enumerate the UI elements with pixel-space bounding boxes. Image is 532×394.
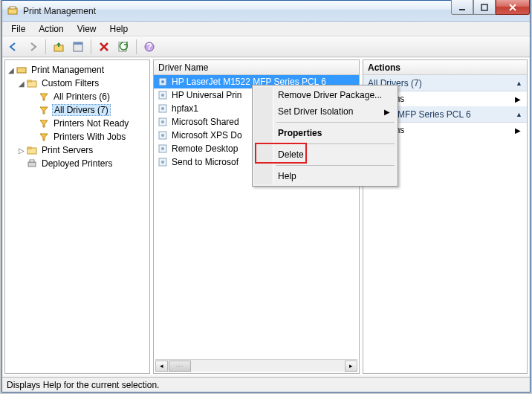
driver-icon — [157, 156, 169, 168]
tree: ◢ Print Management ◢ Custom Filters All … — [5, 60, 149, 173]
menubar: File Action View Help — [2, 22, 530, 36]
statusbar: Displays Help for the current selection. — [2, 377, 530, 392]
svg-rect-3 — [481, 4, 487, 10]
tree-printers-with-jobs[interactable]: Printers With Jobs — [7, 130, 148, 143]
scroll-right-button[interactable]: ▸ — [345, 361, 357, 372]
maximize-button[interactable] — [473, 0, 496, 15]
driver-icon — [157, 116, 169, 128]
forward-button[interactable] — [25, 39, 41, 55]
scroll-thumb[interactable]: ∙∙∙ — [169, 361, 191, 372]
properties-button[interactable] — [70, 39, 86, 55]
tree-label: Printers Not Ready — [52, 118, 130, 129]
filter-icon — [38, 104, 50, 116]
refresh-button[interactable] — [115, 39, 132, 55]
tree-label: Print Servers — [40, 145, 94, 155]
tree-root[interactable]: ◢ Print Management — [7, 63, 148, 77]
ctx-label: Remove Driver Package... — [278, 90, 382, 100]
menu-view[interactable]: View — [71, 22, 103, 36]
driver-icon — [157, 129, 169, 141]
ctx-set-driver-isolation[interactable]: Set Driver Isolation ▶ — [254, 103, 396, 120]
submenu-arrow-icon: ▶ — [515, 126, 521, 135]
column-header-driver-name[interactable]: Driver Name — [158, 62, 208, 73]
window-title: Print Management — [23, 6, 96, 16]
tree-label: Printers With Jobs — [52, 132, 127, 142]
collapse-icon[interactable]: ◢ — [17, 80, 26, 88]
svg-rect-12 — [27, 80, 31, 82]
ctx-delete[interactable]: Delete — [254, 146, 396, 163]
tree-all-printers[interactable]: All Printers (6) — [7, 90, 148, 103]
list-cell: Send to Microsof — [172, 157, 239, 167]
menu-action[interactable]: Action — [33, 22, 69, 36]
toolbar-separator — [136, 39, 137, 54]
delete-button[interactable] — [96, 39, 112, 55]
context-separator — [276, 122, 395, 123]
collapse-icon[interactable]: ▲ — [516, 80, 522, 87]
tree-label: Deployed Printers — [40, 158, 114, 169]
svg-rect-16 — [30, 160, 34, 162]
list-header[interactable]: Driver Name — [154, 60, 359, 75]
tree-label: Custom Filters — [40, 78, 100, 88]
toolbar: ? — [2, 36, 530, 57]
list-cell: Microsoft Shared — [172, 117, 239, 127]
svg-rect-10 — [17, 68, 26, 73]
svg-rect-14 — [27, 147, 31, 149]
toolbar-separator — [45, 39, 46, 54]
ctx-label: Set Driver Isolation — [278, 106, 353, 117]
status-text: Displays Help for the current selection. — [7, 380, 159, 390]
collapse-icon[interactable]: ▲ — [516, 111, 522, 118]
ctx-label: Properties — [278, 128, 322, 138]
filter-icon — [38, 117, 50, 129]
svg-point-26 — [161, 134, 164, 137]
tree-all-drivers[interactable]: All Drivers (7) — [7, 103, 148, 117]
back-button[interactable] — [5, 39, 22, 55]
app-icon — [7, 5, 19, 17]
svg-rect-15 — [28, 162, 36, 167]
printer-icon — [26, 158, 38, 169]
collapse-icon[interactable]: ◢ — [7, 66, 16, 74]
help-button[interactable]: ? — [141, 39, 158, 55]
folder-icon — [26, 77, 38, 89]
printmgmt-icon — [16, 64, 27, 76]
ctx-label: Delete — [278, 149, 304, 160]
ctx-properties[interactable]: Properties — [254, 125, 396, 141]
list-cell: hpfax1 — [172, 103, 198, 114]
list-cell: Remote Desktop — [172, 143, 238, 154]
ctx-remove-driver-package[interactable]: Remove Driver Package... — [254, 87, 396, 103]
filter-icon — [38, 91, 50, 103]
svg-point-30 — [161, 161, 164, 164]
svg-point-22 — [161, 107, 164, 110]
svg-point-24 — [161, 120, 164, 123]
toolbar-separator — [91, 39, 91, 54]
svg-point-20 — [161, 94, 164, 97]
svg-rect-2 — [459, 9, 465, 10]
tree-print-servers[interactable]: ▷ Print Servers — [7, 143, 148, 157]
tree-deployed-printers[interactable]: Deployed Printers — [7, 157, 148, 170]
close-button[interactable] — [496, 0, 530, 15]
context-menu: Remove Driver Package... Set Driver Isol… — [252, 85, 398, 187]
driver-icon — [157, 143, 169, 155]
minimize-button[interactable] — [451, 0, 473, 15]
folder-icon — [26, 144, 38, 156]
ctx-help[interactable]: Help — [254, 168, 396, 184]
tree-printers-not-ready[interactable]: Printers Not Ready — [7, 117, 148, 130]
scroll-left-button[interactable]: ◂ — [155, 361, 168, 372]
menu-help[interactable]: Help — [104, 22, 134, 36]
window-controls — [451, 0, 530, 15]
svg-rect-1 — [10, 7, 16, 9]
driver-icon — [157, 103, 169, 114]
context-separator — [276, 165, 395, 166]
driver-icon — [157, 89, 169, 101]
tree-pane: ◢ Print Management ◢ Custom Filters All … — [4, 59, 150, 374]
menu-file[interactable]: File — [5, 22, 31, 36]
tree-custom-filters[interactable]: ◢ Custom Filters — [7, 77, 148, 90]
svg-rect-6 — [74, 42, 82, 45]
tree-label: All Printers (6) — [52, 91, 111, 102]
submenu-arrow-icon: ▶ — [515, 95, 521, 103]
driver-icon — [157, 76, 169, 88]
filter-icon — [38, 131, 50, 143]
up-button[interactable] — [51, 39, 67, 55]
expand-icon[interactable]: ▷ — [17, 146, 26, 155]
ctx-label: Help — [278, 171, 296, 181]
horizontal-scrollbar[interactable]: ◂ ∙∙∙ ▸ — [155, 359, 357, 372]
svg-point-18 — [161, 80, 164, 83]
